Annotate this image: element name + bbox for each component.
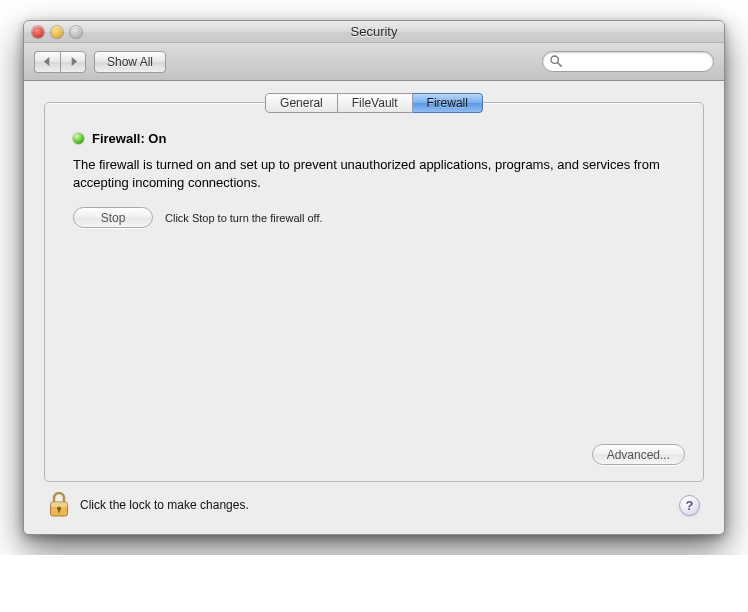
firewall-description: The firewall is turned on and set up to … xyxy=(73,156,675,191)
svg-marker-1 xyxy=(71,57,76,66)
show-all-button[interactable]: Show All xyxy=(94,51,166,73)
zoom-window-button[interactable] xyxy=(70,26,82,38)
help-label: ? xyxy=(686,498,694,513)
footer: Click the lock to make changes. ? xyxy=(44,482,704,520)
search-input[interactable] xyxy=(542,51,714,72)
svg-line-3 xyxy=(558,63,562,67)
search-icon xyxy=(549,54,563,68)
svg-marker-0 xyxy=(44,57,49,66)
advanced-button[interactable]: Advanced... xyxy=(592,444,685,465)
lock-icon[interactable] xyxy=(48,492,70,518)
forward-button[interactable] xyxy=(60,51,86,73)
close-window-button[interactable] xyxy=(32,26,44,38)
titlebar: Security xyxy=(24,21,724,43)
help-button[interactable]: ? xyxy=(679,495,700,516)
window-title: Security xyxy=(24,24,724,39)
stop-hint: Click Stop to turn the firewall off. xyxy=(165,212,323,224)
security-preferences-window: Security Show All xyxy=(23,20,725,535)
content-area: General FileVault Firewall Firewall: On … xyxy=(24,81,724,534)
tab-label: Firewall xyxy=(427,96,468,110)
toolbar: Show All xyxy=(24,43,724,81)
search-field-wrap xyxy=(542,51,714,72)
tab-general[interactable]: General xyxy=(265,93,338,113)
status-indicator-icon xyxy=(73,133,84,144)
svg-rect-5 xyxy=(51,502,68,507)
svg-rect-7 xyxy=(58,509,60,513)
minimize-window-button[interactable] xyxy=(51,26,63,38)
back-triangle-icon xyxy=(43,54,52,69)
lock-text: Click the lock to make changes. xyxy=(80,498,249,512)
status-row: Firewall: On xyxy=(73,131,675,146)
tab-firewall[interactable]: Firewall xyxy=(413,93,483,113)
tab-filevault[interactable]: FileVault xyxy=(338,93,413,113)
stop-button[interactable]: Stop xyxy=(73,207,153,228)
nav-group xyxy=(34,51,86,73)
status-text: Firewall: On xyxy=(92,131,166,146)
stop-row: Stop Click Stop to turn the firewall off… xyxy=(73,207,675,228)
forward-triangle-icon xyxy=(69,54,78,69)
firewall-panel: Firewall: On The firewall is turned on a… xyxy=(44,102,704,482)
back-button[interactable] xyxy=(34,51,60,73)
tab-label: General xyxy=(280,96,323,110)
window-controls xyxy=(24,26,82,38)
tab-label: FileVault xyxy=(352,96,398,110)
tabs-container: General FileVault Firewall xyxy=(44,93,704,113)
